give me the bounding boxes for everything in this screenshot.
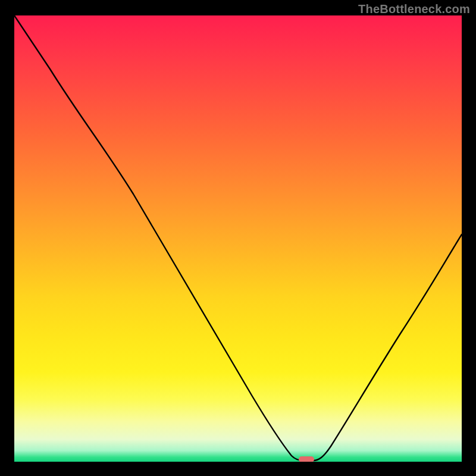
min-marker bbox=[299, 456, 314, 462]
plot-area bbox=[14, 15, 462, 462]
chart-frame: TheBottleneck.com bbox=[0, 0, 476, 476]
curve-svg bbox=[14, 15, 462, 462]
bottleneck-curve-path bbox=[14, 15, 462, 461]
watermark-text: TheBottleneck.com bbox=[358, 2, 470, 16]
